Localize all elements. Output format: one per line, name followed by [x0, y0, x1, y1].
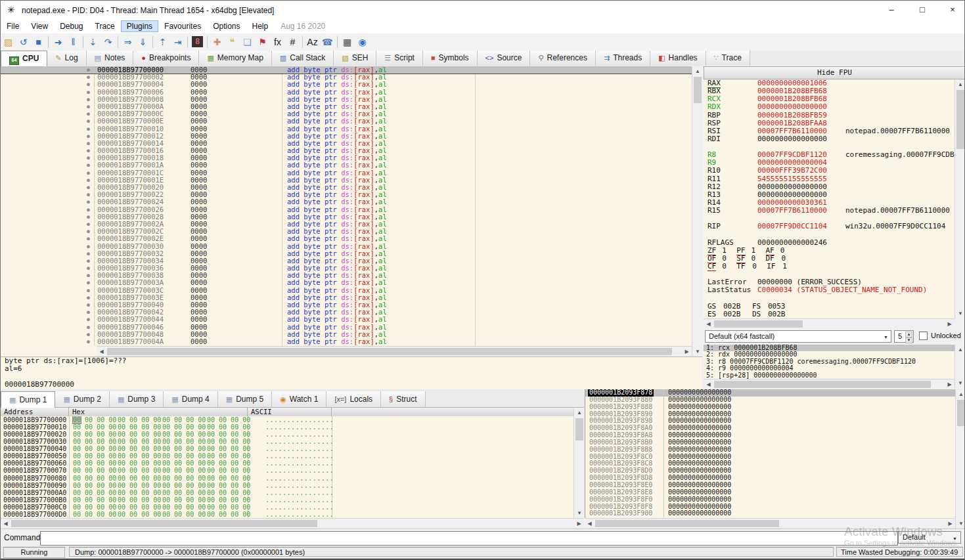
- unlocked-checkbox[interactable]: [919, 332, 928, 340]
- tab-notes[interactable]: ▤Notes: [87, 51, 134, 66]
- breakpoint-dot[interactable]: ●: [87, 243, 90, 250]
- breakpoint-dot[interactable]: ●: [87, 331, 90, 338]
- disassembly-pane[interactable]: ●0000018B977000000000add byte ptr ds:[ra…: [1, 66, 692, 346]
- hide-fpu-button[interactable]: Hide FPU: [704, 66, 965, 79]
- hash-icon[interactable]: #: [285, 35, 300, 49]
- dump-row[interactable]: 0000018B977000D000 00 00 0000 00 00 0000…: [1, 511, 573, 518]
- register-line[interactable]: R1500007FF7B6110000notepad.00007FF7B6110…: [704, 207, 954, 215]
- restart-icon[interactable]: ↺: [16, 35, 31, 49]
- menu-item-favourites[interactable]: Favourites: [158, 20, 207, 32]
- menu-item-view[interactable]: View: [25, 20, 54, 32]
- dump-row[interactable]: 0000018B9770002000 00 00 0000 00 00 0000…: [1, 431, 573, 438]
- breakpoint-dot[interactable]: ●: [87, 257, 90, 265]
- tab-threads[interactable]: ⇉Threads: [596, 51, 650, 66]
- scroll-up-icon[interactable]: ▲: [956, 389, 965, 399]
- disasm-horizontal-scrollbar[interactable]: ◀ ▶: [97, 346, 692, 356]
- argument-count-stepper[interactable]: 5 ▲▼: [894, 330, 914, 343]
- tab-locals[interactable]: [x=]Locals: [326, 391, 381, 407]
- command-input[interactable]: [40, 531, 898, 546]
- register-line[interactable]: R115455555155555555: [704, 175, 954, 183]
- registers-vertical-scrollbar[interactable]: ▲ ▼: [954, 79, 965, 318]
- register-line[interactable]: R800007FF9CDBF1120coremessaging.00007FF9…: [704, 151, 954, 159]
- tab-seh[interactable]: ▧SEH: [334, 51, 376, 66]
- scroll-right-icon[interactable]: ▶: [945, 379, 954, 389]
- scroll-thumb[interactable]: [694, 77, 702, 103]
- register-line[interactable]: RBP0000001B208BFB59: [704, 112, 954, 119]
- breakpoint-dot[interactable]: ●: [87, 169, 90, 177]
- argument-row[interactable]: 4: r9 0000000000000004: [704, 365, 954, 372]
- scroll-up-icon[interactable]: ▲: [692, 66, 703, 76]
- tab-call-stack[interactable]: ▥Call Stack: [272, 51, 334, 66]
- breakpoint-dot[interactable]: ●: [87, 89, 90, 96]
- breakpoint-dot[interactable]: ●: [87, 125, 90, 133]
- register-line[interactable]: RBX0000001B208BFB68: [704, 87, 954, 95]
- open-file-icon[interactable]: ▨: [1, 35, 16, 49]
- step-into-icon[interactable]: ⇣: [85, 35, 101, 49]
- stack-row[interactable]: 0000001B2093F9000000000000000000: [585, 510, 956, 517]
- dump-row[interactable]: 0000018B9770009000 00 00 0000 00 00 0000…: [1, 482, 573, 489]
- breakpoint-dot[interactable]: ●: [87, 206, 90, 213]
- menu-item-plugins[interactable]: Plugins: [121, 20, 158, 32]
- run-to-cursor-icon[interactable]: ⇒: [120, 35, 135, 49]
- scroll-left-icon[interactable]: ◀: [97, 347, 106, 356]
- register-line[interactable]: RFLAGS0000000000000246: [704, 239, 954, 247]
- register-line[interactable]: RSP0000001B208BFAA8: [704, 119, 954, 127]
- register-line[interactable]: R1000000FFF39B72C00: [704, 167, 954, 175]
- breakpoint-dot[interactable]: ●: [87, 250, 90, 257]
- arguments-horizontal-scrollbar[interactable]: ◀ ▶: [704, 379, 954, 389]
- bookmark-icon[interactable]: ⚑: [255, 35, 270, 49]
- disasm-vertical-scrollbar[interactable]: ▲ ▼: [692, 66, 703, 356]
- argument-row[interactable]: 5: [rsp+28] 0000000000000000: [704, 372, 954, 379]
- dump-pane[interactable]: 0000018B9770000000 00 00 0000 00 00 0000…: [1, 416, 573, 518]
- tab-watch-1[interactable]: ◉Watch 1: [272, 391, 326, 407]
- scroll-left-icon[interactable]: ◀: [585, 519, 595, 528]
- arguments-pane[interactable]: 1: rcx 0000001B208BFB682: rdx 0000000000…: [704, 345, 954, 379]
- register-line[interactable]: ZF1PF1AF0: [704, 247, 954, 255]
- register-line[interactable]: CF0TF0IF1: [704, 263, 954, 270]
- register-line[interactable]: RCX0000001B208BFB68: [704, 95, 954, 103]
- breakpoint-dot[interactable]: ●: [87, 309, 90, 316]
- scroll-thumb[interactable]: [575, 418, 583, 441]
- run-to-user-code-icon[interactable]: ⇥: [170, 35, 185, 49]
- calling-convention-select[interactable]: Default (x64 fastcall): [705, 330, 891, 343]
- tab-dump-2[interactable]: ▦Dump 2: [55, 391, 109, 407]
- scroll-left-icon[interactable]: ◀: [704, 319, 713, 329]
- breakpoint-dot[interactable]: ●: [87, 338, 90, 345]
- stepper-arrows[interactable]: ▲▼: [905, 332, 912, 341]
- registers-horizontal-scrollbar[interactable]: ◀ ▶: [704, 318, 954, 329]
- breakpoint-dot[interactable]: ●: [87, 66, 90, 74]
- arguments-vertical-scrollbar[interactable]: ▲ ▼: [954, 345, 965, 388]
- breakpoint-dot[interactable]: ●: [87, 147, 90, 154]
- dump-row[interactable]: 0000018B9770005000 00 00 0000 00 00 0000…: [1, 452, 573, 460]
- scroll-up-icon[interactable]: ▲: [955, 79, 965, 89]
- run-icon[interactable]: ➜: [51, 35, 66, 49]
- comment-icon[interactable]: ❝: [225, 35, 240, 49]
- tab-source[interactable]: <>Source: [478, 51, 531, 66]
- breakpoint-dot[interactable]: ●: [87, 184, 90, 191]
- scroll-up-icon[interactable]: ▲: [955, 345, 965, 355]
- scroll-down-icon[interactable]: ▼: [955, 309, 965, 318]
- scroll-up-icon[interactable]: ▲: [574, 408, 585, 418]
- scroll-down-icon[interactable]: ▼: [955, 378, 965, 388]
- stack-row[interactable]: 0000001B2093F8F00000000000000000: [585, 496, 956, 504]
- breakpoint-dot[interactable]: ●: [87, 191, 90, 198]
- breakpoint-dot[interactable]: ●: [87, 118, 90, 125]
- dump-row[interactable]: 0000018B977000B000 00 00 0000 00 00 0000…: [1, 496, 573, 504]
- scroll-down-icon[interactable]: ▼: [692, 347, 703, 356]
- tab-dump-5[interactable]: ▦Dump 5: [218, 391, 272, 407]
- breakpoint-dot[interactable]: ●: [87, 279, 90, 286]
- menu-item-file[interactable]: File: [1, 20, 25, 32]
- maximize-button[interactable]: □: [917, 5, 928, 15]
- dump-row[interactable]: 0000018B9770003000 00 00 0000 00 00 0000…: [1, 438, 573, 445]
- breakpoint-dot[interactable]: ●: [87, 272, 90, 279]
- register-line[interactable]: RSI00007FF7B6110000notepad.00007FF7B6110…: [704, 127, 954, 135]
- breakpoint-dot[interactable]: ●: [87, 81, 90, 88]
- dump-vertical-scrollbar[interactable]: ▲ ▼: [573, 408, 585, 518]
- breakpoint-dot[interactable]: ●: [87, 133, 90, 140]
- tab-breakpoints[interactable]: ●Breakpoints: [133, 51, 199, 66]
- step-out-icon[interactable]: ⇓: [135, 35, 150, 49]
- breakpoint-dot[interactable]: ●: [87, 301, 90, 309]
- register-line[interactable]: RIP00007FF9D0CC1104win32u.00007FF9D0CC11…: [704, 223, 954, 230]
- tab-dump-3[interactable]: ▦Dump 3: [110, 391, 164, 407]
- dump-row[interactable]: 0000018B9770004000 00 00 0000 00 00 0000…: [1, 445, 573, 452]
